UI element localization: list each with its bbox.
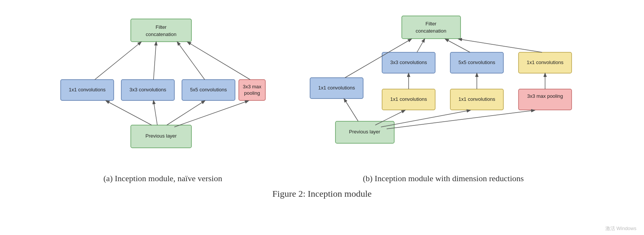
conv3x3-label-b: 3x3 convolutions (390, 60, 427, 65)
conv1x1-for5x5-label-b: 1x1 convolutions (458, 96, 495, 102)
prev-layer-label-a: Previous layer (145, 133, 177, 139)
arrow-3x3-concat-b (417, 39, 425, 52)
diagram-b: Previous layer Filter concatenation 1x1 … (299, 8, 588, 183)
conv1x1-direct-label-b: 1x1 convolutions (318, 85, 355, 91)
svg-text:3x3 max: 3x3 max (243, 84, 262, 89)
arrow-prev-1x1-a (106, 101, 152, 125)
arrow-prev-1x1direct-b (344, 99, 358, 121)
filter-concat-box-b (402, 16, 461, 39)
arrow-5x5-concat-a (177, 42, 205, 80)
maxpool-box-b (519, 89, 572, 110)
svg-text:concatenation: concatenation (146, 31, 176, 37)
svg-text:concatenation: concatenation (415, 28, 446, 34)
arrow-maxpool-concat-a (188, 42, 250, 80)
diagram-a: Previous layer Filter concatenation 1x1 … (57, 8, 269, 183)
conv3x3-label-a: 3x3 convolutions (129, 87, 166, 92)
prev-layer-label-b: Previous layer (349, 129, 380, 135)
svg-text:3x3 max pooling: 3x3 max pooling (527, 93, 563, 99)
diagram-b-caption: (b) Inception module with dimension redu… (363, 174, 524, 183)
filter-concat-label-a: Filter (155, 24, 167, 30)
page-container: Previous layer Filter concatenation 1x1 … (0, 0, 644, 235)
arrow-5x5-concat-b (445, 39, 470, 52)
conv5x5-label-b: 5x5 convolutions (458, 60, 495, 65)
figure-caption-container: Figure 2: Inception module (0, 189, 644, 199)
conv1x1-afterpool-label-b: 1x1 convolutions (526, 60, 563, 65)
arrow-3x3-concat-a (154, 42, 156, 80)
arrow-prev-1x1for5x5-b (381, 110, 470, 127)
diagram-b-svg: Previous layer Filter concatenation 1x1 … (299, 8, 588, 167)
diagram-a-caption: (a) Inception module, naïve version (103, 174, 222, 183)
arrow-prev-maxpool-a (174, 101, 248, 127)
arrow-prev-5x5-a (167, 101, 205, 125)
conv1x1-label-a: 1x1 convolutions (69, 87, 105, 92)
diagrams-row: Previous layer Filter concatenation 1x1 … (0, 0, 644, 183)
arrow-prev-maxpool-b (387, 110, 534, 129)
arrow-1x1after-concat-b (459, 39, 542, 52)
arrow-1x1-concat-a (95, 42, 141, 80)
conv5x5-label-a: 5x5 convolutions (190, 87, 227, 92)
svg-text:pooling: pooling (244, 90, 260, 96)
watermark: 激活 Windows (605, 225, 636, 232)
filter-concat-box-a (131, 19, 191, 42)
svg-text:Filter: Filter (425, 21, 437, 27)
conv1x1-for3x3-label-b: 1x1 convolutions (390, 96, 427, 102)
diagram-a-svg: Previous layer Filter concatenation 1x1 … (57, 8, 269, 167)
arrow-prev-3x3-a (154, 101, 157, 125)
figure-caption: Figure 2: Inception module (273, 189, 372, 199)
